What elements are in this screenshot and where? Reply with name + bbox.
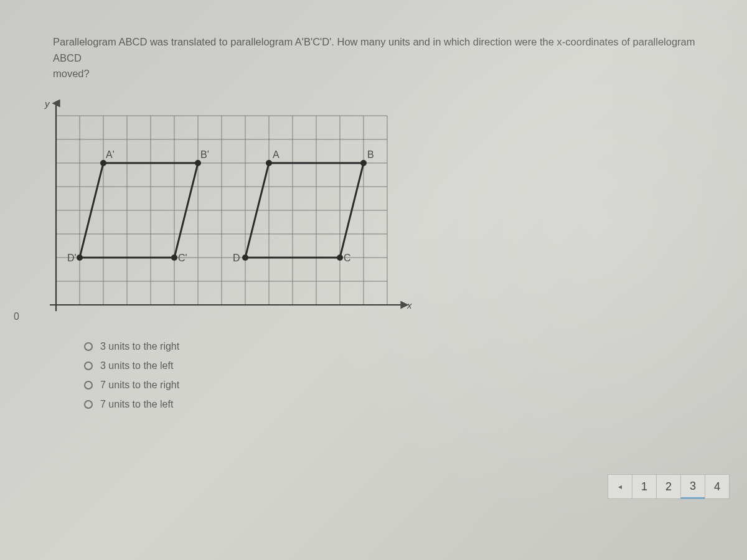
question-text: Parallelogram ABCD was translated to par… [53,34,703,82]
pager-page-3[interactable]: 3 [680,474,705,499]
svg-point-27 [100,160,106,166]
svg-point-30 [77,254,83,261]
radio-icon [84,381,93,390]
label-c-prime: C' [178,253,187,263]
answer-label: 7 units to the left [100,399,173,410]
answer-option[interactable]: 7 units to the right [84,380,703,391]
label-c: C [344,253,351,263]
svg-point-29 [171,254,177,261]
pagination: ◂ 1 2 3 4 [608,474,730,499]
svg-point-32 [266,160,272,166]
svg-point-34 [337,254,343,261]
coordinate-graph: y x A' B' C' D' A B C D [19,100,417,324]
label-d-prime: D' [67,253,77,263]
label-b-prime: B' [200,149,209,160]
radio-icon [84,362,93,370]
radio-icon [84,400,93,409]
chevron-left-icon: ◂ [618,482,622,491]
label-d: D [233,253,240,263]
answer-option[interactable]: 3 units to the left [84,360,703,371]
answer-option[interactable]: 3 units to the right [84,341,703,352]
label-b: B [367,149,374,160]
graph-container: 0 [19,100,703,324]
page-number: 1 [641,480,647,493]
answer-label: 7 units to the right [100,380,179,391]
pager-page-4[interactable]: 4 [705,474,730,499]
label-a-prime: A' [106,149,115,160]
label-a: A [273,149,280,160]
question-line-2: moved? [53,68,90,79]
answer-label: 3 units to the left [100,360,173,371]
svg-point-28 [195,160,201,166]
answer-label: 3 units to the right [100,341,179,352]
pager-page-2[interactable]: 2 [656,474,681,499]
pager-prev-button[interactable]: ◂ [608,474,632,499]
answer-options: 3 units to the right 3 units to the left… [84,341,703,410]
svg-point-35 [242,254,248,261]
page-number: 2 [665,480,672,493]
page-number: 3 [690,480,696,493]
y-axis-label: y [44,100,50,109]
answer-option[interactable]: 7 units to the left [84,399,703,410]
svg-point-33 [360,160,367,166]
radio-icon [84,342,93,351]
pager-page-1[interactable]: 1 [632,474,657,499]
question-line-1: Parallelogram ABCD was translated to par… [53,36,695,63]
origin-label: 0 [14,311,19,322]
x-axis-label: x [406,300,412,310]
page-number: 4 [714,480,720,493]
